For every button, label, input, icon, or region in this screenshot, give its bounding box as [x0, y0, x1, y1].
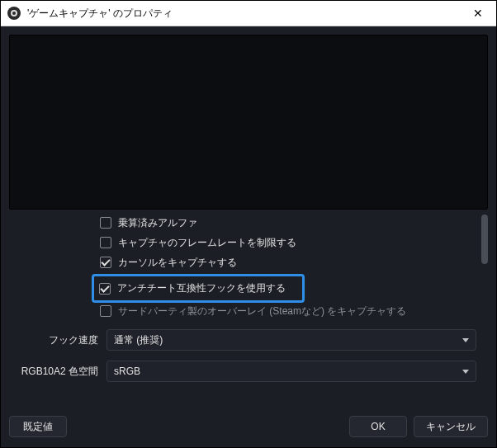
checkbox-overlays[interactable]: サードパーティ製のオーバーレイ (Steamなど) をキャプチャする [100, 301, 476, 321]
close-button[interactable]: ✕ [466, 7, 490, 20]
preview-area [9, 35, 488, 210]
ok-button[interactable]: OK [349, 416, 407, 437]
field-label: RGB10A2 色空間 [9, 365, 106, 379]
checkbox-label: 乗算済みアルファ [118, 216, 197, 230]
properties-dialog: 'ゲームキャプチャ' のプロパティ ✕ 乗算済みアルファ キャプチャのフレームレ… [0, 0, 497, 448]
field-hook-speed: フック速度 通常 (推奨) [9, 328, 476, 352]
checkbox-label: サードパーティ製のオーバーレイ (Steamなど) をキャプチャする [118, 304, 406, 318]
color-space-select[interactable]: sRGB [106, 361, 476, 382]
svg-point-1 [12, 12, 16, 15]
form-area: 乗算済みアルファ キャプチャのフレームレートを制限する カーソルをキャプチャする… [9, 215, 488, 403]
cancel-button[interactable]: キャンセル [414, 416, 488, 437]
hook-speed-select[interactable]: 通常 (推奨) [106, 329, 476, 351]
titlebar: 'ゲームキャプチャ' のプロパティ ✕ [1, 1, 496, 26]
checkbox-premul-alpha[interactable]: 乗算済みアルファ [100, 215, 476, 233]
field-label: フック速度 [9, 333, 106, 347]
app-icon [7, 7, 21, 20]
window-title: 'ゲームキャプチャ' のプロパティ [27, 7, 466, 21]
checkbox-box [100, 237, 111, 248]
chevron-down-icon [462, 338, 469, 342]
checkbox-label: カーソルをキャプチャする [118, 256, 237, 270]
checkbox-box [100, 257, 111, 268]
checkbox-box [99, 283, 111, 295]
checkbox-label: キャプチャのフレームレートを制限する [118, 236, 296, 250]
chevron-down-icon [462, 370, 469, 374]
dialog-footer: 既定値 OK キャンセル [1, 409, 496, 447]
scrollbar-thumb[interactable] [481, 215, 488, 264]
defaults-button[interactable]: 既定値 [9, 416, 67, 437]
dialog-body: 乗算済みアルファ キャプチャのフレームレートを制限する カーソルをキャプチャする… [1, 26, 496, 409]
checkbox-box [100, 305, 111, 317]
vertical-scrollbar[interactable] [481, 215, 488, 403]
checkbox-anticheat[interactable]: アンチチート互換性フックを使用する [99, 281, 286, 295]
checkbox-limit-fps[interactable]: キャプチャのフレームレートを制限する [100, 233, 476, 252]
select-value: sRGB [114, 365, 457, 377]
checkbox-capture-cursor[interactable]: カーソルをキャプチャする [100, 252, 476, 272]
checkbox-box [100, 217, 111, 229]
select-value: 通常 (推奨) [114, 333, 457, 347]
field-color-space: RGB10A2 色空間 sRGB [9, 359, 476, 384]
checkbox-label: アンチチート互換性フックを使用する [117, 281, 286, 295]
highlighted-option: アンチチート互換性フックを使用する [92, 274, 305, 303]
